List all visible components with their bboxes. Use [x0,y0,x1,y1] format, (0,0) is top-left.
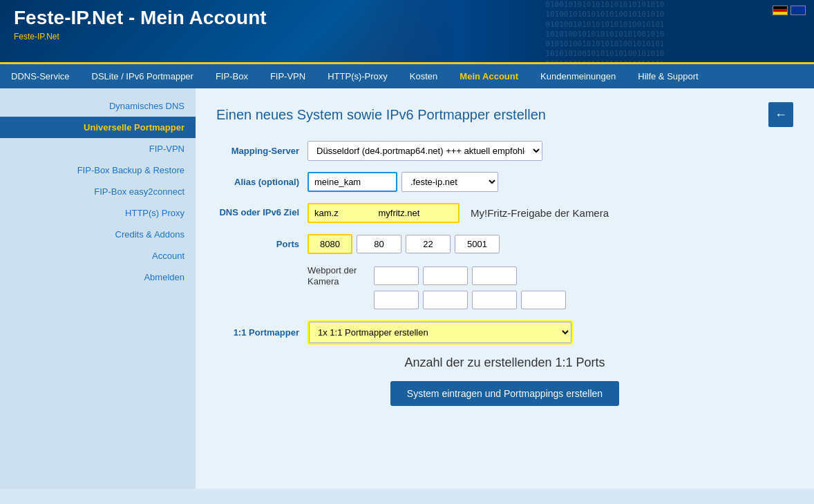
webport-label: Webport der Kamera [307,265,370,287]
header-left: Feste-IP.Net - Mein Account Feste-IP.Net [14,7,267,41]
port-input-1[interactable] [307,234,352,254]
page-title: Einen neues System sowie IPv6 Portmapper… [216,107,546,123]
portmapper-label: 1:1 Portmapper [216,327,299,338]
webport-input-3[interactable] [472,266,517,285]
ports-count-label: Anzahl der zu erstellenden 1:1 Ports [216,356,793,370]
dns-input[interactable] [307,203,460,223]
nav-mein-account[interactable]: Mein Account [448,64,529,88]
extra-port-input-2[interactable] [423,291,468,309]
ports-label: Ports [216,239,299,249]
webport-label-row: Webport der Kamera [307,265,566,287]
flag-english[interactable] [791,6,806,15]
sidebar: Dynamisches DNS Universelle Portmapper F… [0,88,196,489]
sidebar-item-credits-addons[interactable]: Credits & Addons [0,224,196,245]
sidebar-item-universelle-portmapper[interactable]: Universelle Portmapper [0,117,196,138]
nav-dslite[interactable]: DSLite / IPv6 Portmapper [81,64,205,88]
main-content: Einen neues System sowie IPv6 Portmapper… [196,88,814,489]
extra-port-input-4[interactable] [521,291,566,309]
flag-german[interactable] [773,6,788,15]
webport-section: Webport der Kamera [216,265,793,309]
alias-inputs: .feste-ip.net [307,172,498,192]
alias-input[interactable] [307,172,397,192]
page-layout: Dynamisches DNS Universelle Portmapper F… [0,88,814,489]
portmapper-highlight: 1x 1:1 Portmapper erstellen [307,320,573,345]
ports-inputs [307,234,500,254]
sidebar-item-fip-vpn[interactable]: FIP-VPN [0,138,196,159]
dns-hint: My!Fritz-Freigabe der Kamera [471,207,609,219]
sidebar-item-fipbox-backup[interactable]: FIP-Box Backup & Restore [0,159,196,181]
extra-port-input-1[interactable] [374,291,419,309]
sidebar-item-account[interactable]: Account [0,245,196,266]
sidebar-item-abmelden[interactable]: Abmelden [0,266,196,288]
portmapper-select[interactable]: 1x 1:1 Portmapper erstellen [309,322,571,343]
header: Feste-IP.Net - Mein Account Feste-IP.Net… [0,0,814,62]
nav-kosten[interactable]: Kosten [399,64,448,88]
webport-input-2[interactable] [423,266,468,285]
dns-inputs: My!Fritz-Freigabe der Kamera [307,203,609,223]
sidebar-item-fipbox-easy2connect[interactable]: FIP-Box easy2connect [0,181,196,202]
mapping-server-label: Mapping-Server [216,146,299,156]
alias-label: Alias (optional) [216,177,299,187]
nav-kundenmeinungen[interactable]: Kundenmeinungen [529,64,627,88]
content-header: Einen neues System sowie IPv6 Portmapper… [216,102,793,127]
alias-row: Alias (optional) .feste-ip.net [216,172,793,192]
mapping-server-row: Mapping-Server Düsseldorf (de4.portmap64… [216,141,793,161]
main-nav: DDNS-Service DSLite / IPv6 Portmapper FI… [0,62,814,88]
extra-port-input-3[interactable] [472,291,517,309]
language-flags [773,6,806,15]
mapping-server-select[interactable]: Düsseldorf (de4.portmap64.net) +++ aktue… [307,141,542,161]
webport-content: Webport der Kamera [307,265,566,309]
dns-label: DNS oder IPv6 Ziel [216,207,299,219]
nav-hilfe[interactable]: Hilfe & Support [627,64,709,88]
header-title: Feste-IP.Net - Mein Account [14,7,267,29]
port-input-4[interactable] [455,235,500,253]
port-input-2[interactable] [357,235,401,253]
port-input-3[interactable] [406,235,451,253]
webport-input-1[interactable] [374,266,419,285]
sidebar-item-proxy[interactable]: HTTP(s) Proxy [0,202,196,224]
nav-fipvpn[interactable]: FIP-VPN [259,64,316,88]
submit-button[interactable]: System eintragen und Portmappings erstel… [390,381,619,406]
sidebar-item-dynamisches-dns[interactable]: Dynamisches DNS [0,95,196,117]
header-subtitle[interactable]: Feste-IP.Net [14,32,267,41]
header-background: 01001010101010101010101010 1010010101010… [366,0,814,62]
alias-domain-select[interactable]: .feste-ip.net [401,172,498,192]
nav-fipbox[interactable]: FIP-Box [205,64,259,88]
dns-row: DNS oder IPv6 Ziel My!Fritz-Freigabe der… [216,203,793,223]
nav-proxy[interactable]: HTTP(s)-Proxy [316,64,399,88]
nav-ddns[interactable]: DDNS-Service [0,64,81,88]
ports-row: Ports [216,234,793,254]
portmapper-row: 1:1 Portmapper 1x 1:1 Portmapper erstell… [216,320,793,345]
back-button[interactable]: ← [768,102,793,127]
extra-ports-row [374,291,566,309]
